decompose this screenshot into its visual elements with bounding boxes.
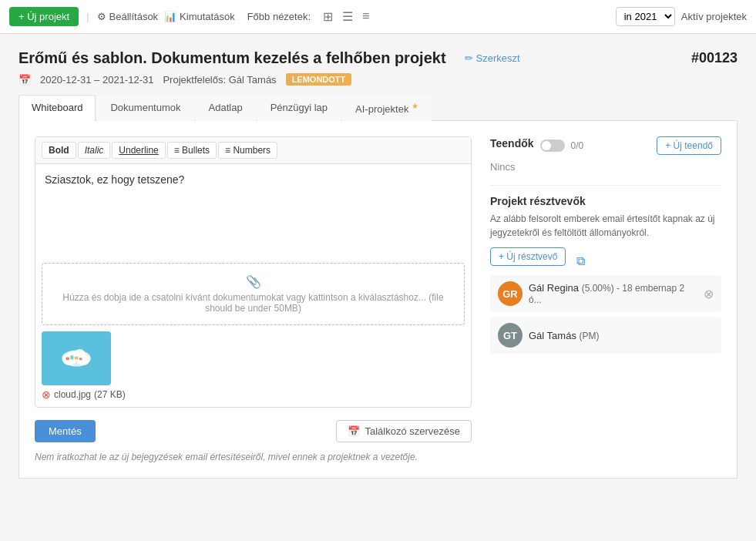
remove-file-icon[interactable]: ⊗ xyxy=(42,388,51,401)
right-panel: Teendők 0/0 + Új teendő Nincs Projekt ré… xyxy=(490,136,721,462)
divider xyxy=(490,185,721,186)
bullets-button[interactable]: ≡ Bullets xyxy=(167,142,217,159)
participant-name: Gál Regina xyxy=(529,282,579,294)
paperclip-icon: 📎 xyxy=(246,274,261,289)
chart-icon: 📊 xyxy=(164,11,176,22)
top-toolbar: + Új projekt | ⚙ Beállítások 📊 Kimutatás… xyxy=(0,0,756,34)
teendok-section: Teendők 0/0 + Új teendő xyxy=(490,136,721,155)
remove-participant-icon[interactable]: ⊗ xyxy=(704,287,714,301)
avatar-gal-regina: GR xyxy=(498,281,522,306)
participants-title: Projekt résztvevők xyxy=(490,195,721,207)
file-thumbnail xyxy=(42,331,111,385)
file-info: ⊗ cloud.jpg (27 KB) xyxy=(42,388,465,401)
tab-adatlap[interactable]: Adatlap xyxy=(196,95,256,121)
svg-rect-9 xyxy=(79,358,82,361)
tab-ai-projektek[interactable]: AI-projektek ★ xyxy=(342,95,432,121)
avatar-gal-tamas: GT xyxy=(498,323,522,348)
participants-desc: Az alább felsorolt emberek email értesít… xyxy=(490,212,721,240)
italic-button[interactable]: Italic xyxy=(78,142,111,159)
date-range: 2020-12-31 – 2021-12-31 xyxy=(40,74,153,86)
file-size: (27 KB) xyxy=(94,389,126,400)
view-label: Főbb nézetek: xyxy=(247,11,311,22)
new-task-button[interactable]: + Új teendő xyxy=(657,136,721,155)
project-title-row: Erőmű és sablon. Dokumentum kezelés a fe… xyxy=(18,49,738,67)
pencil-icon: ✏ xyxy=(465,52,473,64)
bold-button[interactable]: Bold xyxy=(42,142,76,159)
tab-dokumentumok[interactable]: Dokumentumok xyxy=(97,95,193,121)
underline-button[interactable]: Underline xyxy=(112,142,165,159)
teendok-toggle[interactable] xyxy=(540,139,565,152)
participant-name: Gál Tamás xyxy=(529,330,576,341)
settings-label: Beállítások xyxy=(109,11,159,22)
calendar-icon: 📅 xyxy=(18,74,31,86)
tabs: Whiteboard Dokumentumok Adatlap Pénzügyi… xyxy=(18,95,738,121)
participant-info: Gál Tamás (PM) xyxy=(529,330,714,341)
toolbar-right: in 2021 in 2020 in 2022 Aktív projektek xyxy=(616,7,747,26)
save-button[interactable]: Mentés xyxy=(35,420,96,442)
tab-whiteboard[interactable]: Whiteboard xyxy=(18,95,96,121)
grid-view-icon[interactable]: ⊞ xyxy=(320,8,336,25)
project-meta: 📅 2020-12-31 – 2021-12-31 Projektfelelős… xyxy=(18,73,738,86)
toolbar-separator: | xyxy=(86,11,89,22)
file-upload-area[interactable]: 📎 Húzza és dobja ide a csatolni kívánt d… xyxy=(42,263,465,325)
star-icon: ★ xyxy=(412,102,418,110)
footer-note: Nem iratkozhat le az új bejegyzések emai… xyxy=(35,452,472,462)
action-buttons: Mentés 📅 Találkozó szervezése xyxy=(35,420,472,442)
svg-rect-6 xyxy=(66,358,70,361)
new-participant-button[interactable]: + Új résztvevő xyxy=(490,247,566,266)
tab-penzugyi-lap[interactable]: Pénzügyi lap xyxy=(257,95,341,121)
gear-icon: ⚙ xyxy=(97,11,106,22)
view-icons: ⊞ ☰ ≡ xyxy=(320,8,372,25)
numbers-button[interactable]: ≡ Numbers xyxy=(218,142,277,159)
participants-row-top: + Új résztvevő ⧉ xyxy=(490,247,721,275)
project-title: Erőmű és sablon. Dokumentum kezelés a fe… xyxy=(18,49,446,67)
meeting-label: Találkozó szervezése xyxy=(365,425,460,437)
file-name: cloud.jpg xyxy=(54,389,91,400)
year-select[interactable]: in 2021 in 2020 in 2022 xyxy=(616,7,675,26)
meeting-button[interactable]: 📅 Találkozó szervezése xyxy=(336,420,472,442)
left-panel: Bold Italic Underline ≡ Bullets ≡ Number… xyxy=(35,136,472,462)
participant-row: GT Gál Tamás (PM) xyxy=(490,317,721,354)
attached-file-preview: ⊗ cloud.jpg (27 KB) xyxy=(42,331,465,401)
new-project-button[interactable]: + Új projekt xyxy=(9,7,79,26)
project-id: #00123 xyxy=(691,50,738,66)
edit-link[interactable]: ✏ Szerkeszt xyxy=(465,52,520,64)
calendar-meeting-icon: 📅 xyxy=(348,425,360,437)
teendok-count: 0/0 xyxy=(571,140,584,151)
editor-container: Bold Italic Underline ≡ Bullets ≡ Number… xyxy=(35,136,472,408)
editor-typed-text: Sziasztok, ez hogy tetszene? xyxy=(45,173,462,186)
manager-label: Projektfelelős: Gál Tamás xyxy=(163,74,276,86)
settings-link[interactable]: ⚙ Beállítások xyxy=(97,11,159,22)
editor-toolbar: Bold Italic Underline ≡ Bullets ≡ Number… xyxy=(35,137,471,164)
active-projects-label: Aktív projektek xyxy=(681,11,747,22)
upload-hint: Húzza és dobja ide a csatolni kívánt dok… xyxy=(53,292,453,314)
reports-link[interactable]: 📊 Kimutatások xyxy=(164,11,235,22)
svg-rect-8 xyxy=(75,357,79,360)
status-badge: LEMONDOTT xyxy=(286,73,352,86)
edit-label: Szerkeszt xyxy=(476,52,520,64)
participant-row: GR Gál Regina (5.00%) - 18 embernap 2 ó.… xyxy=(490,275,721,312)
teendok-title: Teendők xyxy=(490,137,534,150)
editor-content[interactable]: Sziasztok, ez hogy tetszene? xyxy=(35,164,471,257)
svg-rect-7 xyxy=(71,356,74,360)
copy-icon[interactable]: ⧉ xyxy=(576,254,585,268)
main-content: Erőmű és sablon. Dokumentum kezelés a fe… xyxy=(0,34,756,494)
project-header: Erőmű és sablon. Dokumentum kezelés a fe… xyxy=(18,49,738,86)
reports-label: Kimutatások xyxy=(180,11,235,22)
nincs-text: Nincs xyxy=(490,161,721,173)
participant-role: (PM) xyxy=(580,331,600,341)
list-view-icon[interactable]: ☰ xyxy=(339,8,356,25)
content-layout: Bold Italic Underline ≡ Bullets ≡ Number… xyxy=(18,121,738,479)
outline-view-icon[interactable]: ≡ xyxy=(359,8,372,25)
teendok-left: Teendők 0/0 xyxy=(490,137,583,154)
participant-info: Gál Regina (5.00%) - 18 embernap 2 ó... xyxy=(529,282,697,305)
